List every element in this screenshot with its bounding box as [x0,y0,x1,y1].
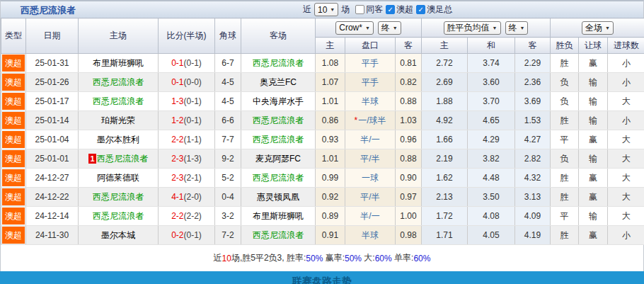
score: 4-1(2-0) [159,188,215,207]
away-team[interactable]: 布里斯班狮吼 [253,211,304,221]
result-handicap: 输 [579,111,608,130]
subcol-handicap-home: 主 [316,38,345,54]
halftime-score: (2-1) [184,173,202,183]
odds-away: 3.69 [515,92,551,111]
away-team[interactable]: 中央海岸水手 [253,96,304,106]
match-date: 24-12-22 [26,188,79,207]
result-goals: 大 [608,207,644,226]
near-count-select[interactable]: 10 ▼ [314,3,338,16]
score: 0-1(0-1) [159,54,215,73]
fulltime-score: 2-2 [171,211,183,221]
checkbox-checked-icon[interactable]: ✓ [386,5,395,14]
checkbox-label: 澳足总 [427,4,452,16]
away-team[interactable]: 西悉尼流浪者 [253,135,304,144]
subcol-result-goals: 进球数 [608,38,644,54]
filter-controls: 近 10 ▼ 场 同客✓澳超✓澳足总 [303,3,452,16]
handicap-away-odds: 0.97 [396,188,422,207]
table-row: 澳超24-12-22西悉尼流浪者4-1(2-0)0-4惠灵顿凤凰0.92平/半0… [1,188,644,207]
league-badge: 澳超 [2,208,25,225]
chevron-down-icon: ▼ [393,25,398,30]
odds-draw: 3.70 [468,92,515,111]
summary-segment: 大: [362,252,375,264]
score: 2-3(1-3) [159,149,215,169]
filter-checkboxes: 同客✓澳超✓澳足总 [352,4,452,16]
checkbox-unchecked-icon[interactable] [355,5,364,14]
match-date: 24-12-27 [26,169,79,188]
chevron-down-icon: ▼ [365,25,370,30]
handicap-away-odds: 0.88 [396,92,422,111]
away-team[interactable]: 西悉尼流浪者 [253,58,304,68]
checkbox-checked-icon[interactable]: ✓ [416,5,425,14]
home-team[interactable]: 墨尔本胜利 [97,135,139,144]
section-bar: 联赛盘路走势 [0,271,644,284]
result-goals: 小 [608,54,644,73]
home-team[interactable]: 西悉尼流浪者 [93,192,144,202]
handicap-home-odds: 1.07 [316,73,345,92]
halftime-score: (1-1) [184,135,202,144]
away-team[interactable]: 麦克阿瑟FC [255,154,301,164]
home-team[interactable]: 西悉尼流浪者 [93,211,144,221]
bookmaker-select[interactable]: Crow* ▼ [335,21,374,35]
handicap-time-select[interactable]: 终 ▼ [378,21,401,35]
handicap-line: 一球 [345,169,396,188]
filter-checkbox-1[interactable]: ✓澳超 [386,4,413,16]
result-goals: 小 [608,73,644,92]
score: 2-2(1-1) [159,130,215,149]
odds-value-select[interactable]: 胜平负均值 ▼ [444,21,501,35]
result-wdl: 平 [551,130,579,149]
away-team[interactable]: 西悉尼流浪者 [253,115,304,125]
home-team[interactable]: 西悉尼流浪者 [93,96,144,106]
odds-home: 4.92 [422,111,468,130]
summary-line: 近10场,胜5平2负3, 胜率:50% 赢率:50% 大:60% 单率:60% [1,245,643,271]
away-team[interactable]: 奥克兰FC [260,77,297,87]
odds-away: 4.09 [515,207,551,226]
odds-time-select[interactable]: 终 ▼ [505,21,529,35]
chevron-down-icon: ▼ [605,25,610,30]
handicap-home-odds: 1.01 [316,92,345,111]
filter-checkbox-2[interactable]: ✓澳足总 [416,4,452,16]
result-handicap: 赢 [579,188,608,207]
odds-draw: 4.05 [468,226,515,245]
handicap-home-odds: 0.92 [316,188,345,207]
scope-select[interactable]: 全场 ▼ [582,21,614,35]
subcol-odds-draw: 和 [468,38,515,54]
corner-score: 7-7 [215,130,241,149]
handicap-line: 半/一 [345,130,396,149]
away-team[interactable]: 惠灵顿凤凰 [257,192,299,202]
score: 2-3(2-1) [159,169,215,188]
col-header-corner: 角球 [215,18,241,54]
filter-checkbox-0[interactable]: 同客 [355,4,383,16]
result-handicap: 输 [579,149,608,169]
chevron-down-icon: ▼ [520,25,525,30]
result-goals: 大 [608,188,644,207]
halftime-score: (0-1) [184,58,202,68]
away-team[interactable]: 西悉尼流浪者 [253,230,304,240]
handicap-away-odds: 0.90 [396,169,422,188]
home-team[interactable]: 布里斯班狮吼 [93,58,144,68]
league-badge: 澳超 [2,93,25,110]
result-wdl: 胜 [551,188,579,207]
result-handicap: 输 [579,73,608,92]
home-team[interactable]: 阿德莱德联 [97,173,139,183]
odds-draw: 4.29 [468,130,515,149]
summary-segment: 60% [375,254,392,263]
league-badge: 澳超 [2,131,25,148]
home-team[interactable]: 西悉尼流浪者 [97,154,148,164]
odds-away: 4.27 [515,130,551,149]
result-handicap: 赢 [579,169,608,188]
result-wdl: 胜 [551,226,579,245]
handicap-away-odds: 0.82 [396,73,422,92]
table-row: 澳超24-12-14西悉尼流浪者2-2(2-2)3-2布里斯班狮吼0.89半/一… [1,207,644,226]
away-team[interactable]: 西悉尼流浪者 [253,173,304,183]
summary-segment: 赢率: [323,252,345,264]
fulltime-score: 0-2 [171,230,183,240]
table-row: 澳超25-01-31布里斯班狮吼0-1(0-1)6-7西悉尼流浪者1.08平手0… [1,54,644,73]
home-team[interactable]: 墨尔本城 [101,230,135,240]
home-team[interactable]: 西悉尼流浪者 [93,77,144,87]
match-date: 25-01-26 [26,73,79,92]
league-badge: 澳超 [2,112,25,129]
score: 0-1(0-0) [159,73,215,92]
match-history-panel: 西悉尼流浪者 近 10 ▼ 场 同客✓澳超✓澳足总 类型 日期 主场 比分(半场… [0,0,644,284]
home-team[interactable]: 珀斯光荣 [101,115,135,125]
handicap-home-odds: 1.08 [316,54,345,73]
